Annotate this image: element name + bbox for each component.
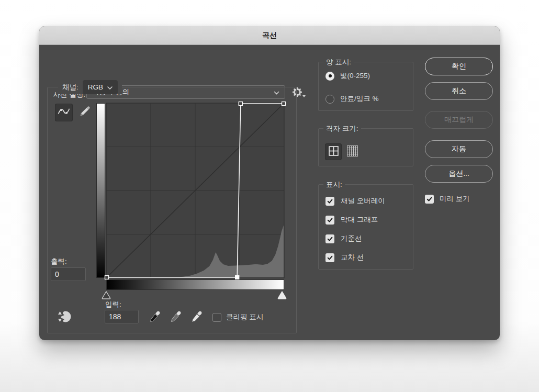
check-icon — [327, 236, 333, 242]
channel-overlays-checkbox[interactable] — [325, 197, 334, 206]
channel-dropdown[interactable]: RGB — [83, 80, 118, 94]
show-options-legend: 표시: — [323, 180, 345, 189]
check-icon — [426, 196, 433, 203]
curve-point-selected[interactable] — [235, 276, 239, 279]
draw-curve-tool-button[interactable] — [76, 104, 94, 121]
output-input[interactable]: 0 — [51, 267, 86, 281]
options-button[interactable]: 옵션... — [425, 165, 493, 183]
input-input[interactable]: 188 — [105, 310, 139, 323]
baseline-checkbox[interactable] — [325, 234, 334, 243]
curve-point[interactable] — [239, 102, 242, 106]
auto-button[interactable]: 자동 — [425, 140, 493, 158]
grid-size-legend: 격자 크기: — [323, 124, 361, 133]
channel-row: 채널: RGB — [58, 80, 122, 94]
intersection-line-label: 교차 선 — [341, 253, 364, 262]
intersection-line-checkbox[interactable] — [325, 253, 334, 262]
curves-dialog: 곡선 사전 설정: 사용자 정의 채널: — [39, 26, 500, 340]
white-point-slider[interactable] — [277, 290, 287, 300]
black-point-eyedropper[interactable] — [149, 310, 161, 323]
baseline-label: 기준선 — [341, 234, 362, 243]
detailed-grid-button[interactable] — [346, 146, 358, 158]
output-gradient-bar — [96, 103, 105, 278]
check-icon — [327, 254, 333, 261]
dialog-title: 곡선 — [262, 31, 277, 40]
channel-label: 채널: — [62, 83, 78, 92]
show-amounts-legend: 양 표시: — [323, 58, 354, 67]
preview-label: 미리 보기 — [440, 194, 470, 204]
output-label: 출력: — [51, 257, 67, 266]
show-clipping-label: 클리핑 표시 — [226, 312, 263, 322]
light-radio-label: 빛(0-255) — [340, 71, 370, 81]
dialog-titlebar[interactable]: 곡선 — [39, 26, 500, 45]
targeted-adjustment-icon — [56, 309, 72, 324]
gray-point-eyedropper[interactable] — [170, 310, 182, 323]
simple-grid-icon — [329, 146, 339, 158]
targeted-adjustment-button[interactable] — [56, 309, 73, 324]
edit-points-tool-button[interactable] — [55, 104, 73, 121]
pigment-ink-radio-label: 안료/잉크 % — [340, 94, 379, 104]
curve-point[interactable] — [282, 102, 286, 106]
input-label: 입력: — [105, 300, 121, 309]
curve-point[interactable] — [105, 276, 109, 279]
pencil-icon — [78, 105, 92, 120]
simple-grid-button[interactable] — [325, 143, 342, 160]
input-value: 188 — [109, 312, 121, 321]
detailed-grid-icon — [347, 145, 358, 159]
show-amounts-group: 양 표시: 빛(0-255) 안료/잉크 % — [318, 62, 413, 111]
chevron-down-icon — [107, 83, 113, 91]
input-gradient-bar — [106, 279, 284, 290]
smooth-button: 매끄럽게 — [425, 111, 493, 129]
channel-value: RGB — [88, 83, 103, 91]
curve-point-icon — [57, 104, 71, 121]
channel-overlays-label: 채널 오버레이 — [341, 196, 385, 206]
curve-editor-group: 채널: RGB — [47, 87, 297, 333]
light-radio[interactable] — [325, 72, 334, 81]
show-clipping-checkbox[interactable] — [212, 313, 221, 322]
curve-plot[interactable] — [106, 103, 284, 278]
cancel-button[interactable]: 취소 — [425, 82, 493, 100]
check-icon — [327, 217, 333, 223]
output-value: 0 — [55, 270, 59, 278]
ok-button[interactable]: 확인 — [425, 58, 493, 75]
white-point-eyedropper[interactable] — [190, 310, 203, 323]
black-point-slider[interactable] — [101, 290, 111, 300]
histogram-checkbox[interactable] — [325, 216, 334, 225]
grid-size-group: 격자 크기: — [318, 128, 413, 166]
show-options-group: 표시: 채널 오버레이 막대 그래프 기준선 교차 선 — [318, 184, 413, 270]
preview-checkbox[interactable] — [425, 195, 434, 204]
pigment-ink-radio[interactable] — [325, 95, 334, 104]
histogram-label: 막대 그래프 — [341, 215, 378, 225]
check-icon — [327, 198, 333, 205]
